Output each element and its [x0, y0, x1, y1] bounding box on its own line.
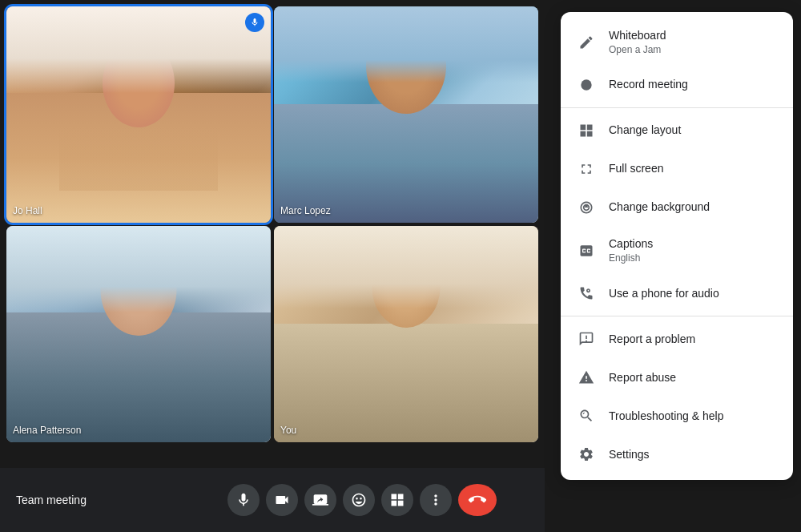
mic-on-indicator — [245, 13, 264, 32]
menu-item-troubleshooting[interactable]: Troubleshooting & help — [561, 397, 793, 435]
pencil-icon — [577, 33, 596, 52]
menu-text-change-layout: Change layout — [609, 123, 681, 139]
menu-text-troubleshooting: Troubleshooting & help — [609, 409, 723, 425]
meeting-title: Team meeting — [16, 494, 87, 506]
menu-divider-2 — [561, 316, 793, 316]
background-icon — [577, 198, 596, 217]
participant-name-jo-hall: Jo Hall — [13, 205, 42, 216]
layout-button[interactable] — [381, 484, 413, 516]
menu-text-captions: Captions English — [609, 236, 653, 264]
controls-bar — [227, 484, 497, 516]
fullscreen-icon — [577, 159, 596, 179]
participant-name-marc-lopez: Marc Lopez — [280, 205, 331, 216]
end-call-button[interactable] — [458, 484, 497, 516]
menu-item-report-abuse[interactable]: Report abuse — [561, 358, 793, 397]
menu-text-settings: Settings — [609, 447, 650, 463]
present-button[interactable] — [304, 484, 336, 516]
captions-icon — [577, 241, 596, 260]
menu-text-change-background: Change background — [609, 200, 710, 216]
record-icon — [577, 75, 596, 95]
flag-icon — [577, 329, 596, 349]
warning-icon — [577, 368, 596, 387]
video-tile-alena-patterson: Alena Patterson — [6, 226, 271, 442]
layout-icon — [577, 121, 596, 140]
menu-text-record: Record meeting — [609, 77, 688, 93]
camera-button[interactable] — [266, 484, 298, 516]
menu-item-report-problem[interactable]: Report a problem — [561, 320, 793, 358]
menu-item-settings[interactable]: Settings — [561, 435, 793, 474]
menu-text-report-problem: Report a problem — [609, 332, 695, 348]
menu-text-report-abuse: Report abuse — [609, 370, 676, 386]
context-menu: Whiteboard Open a Jam Record meeting Cha… — [561, 12, 793, 480]
menu-text-whiteboard: Whiteboard Open a Jam — [609, 28, 666, 56]
menu-item-record[interactable]: Record meeting — [561, 66, 793, 104]
menu-item-captions[interactable]: Captions English — [561, 227, 793, 274]
more-options-button[interactable] — [420, 484, 452, 516]
menu-item-change-background[interactable]: Change background — [561, 188, 793, 227]
video-grid: Jo Hall Marc Lopez Alena Patterson You — [0, 0, 545, 449]
menu-item-change-layout[interactable]: Change layout — [561, 111, 793, 150]
menu-item-phone-audio[interactable]: Use a phone for audio — [561, 274, 793, 312]
gear-icon — [577, 445, 596, 464]
menu-text-phone-audio: Use a phone for audio — [609, 286, 719, 302]
emoji-button[interactable] — [343, 484, 375, 516]
video-tile-you: You — [274, 226, 538, 442]
phone-icon — [577, 284, 596, 303]
svg-point-0 — [581, 80, 591, 91]
bottom-bar: Team meeting — [0, 468, 545, 532]
participant-name-alena-patterson: Alena Patterson — [13, 425, 81, 436]
menu-divider-1 — [561, 107, 793, 108]
video-tile-jo-hall: Jo Hall — [6, 6, 271, 223]
participant-name-you: You — [280, 425, 296, 436]
mic-button[interactable] — [227, 484, 260, 516]
video-tile-marc-lopez: Marc Lopez — [274, 6, 538, 223]
menu-text-fullscreen: Full screen — [609, 161, 663, 177]
menu-item-fullscreen[interactable]: Full screen — [561, 150, 793, 188]
menu-item-whiteboard[interactable]: Whiteboard Open a Jam — [561, 18, 793, 66]
search-help-icon — [577, 406, 596, 425]
